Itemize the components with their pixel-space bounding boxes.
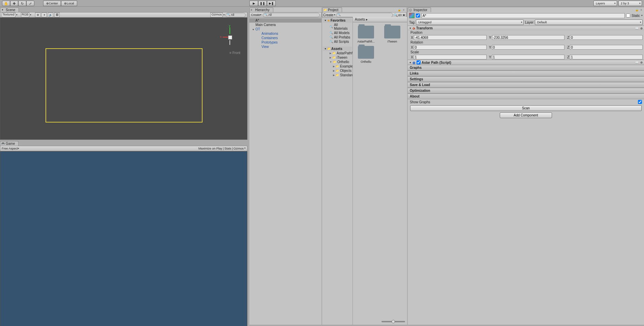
astar-header[interactable]: ▼◉ Astar Path (Script) 📖⚙ (408, 60, 644, 65)
hierarchy-item[interactable]: Containers (249, 36, 321, 40)
layer-dropdown[interactable]: Default (535, 20, 643, 25)
hierarchy-item[interactable]: View (249, 45, 321, 49)
hierarchy-item[interactable]: Prototypes (249, 40, 321, 45)
asset-folder-item[interactable]: AstarPathfi... (354, 26, 378, 43)
help-icon[interactable]: 📖 (635, 60, 639, 64)
favorite-item[interactable]: 🔍All Prefabs (323, 35, 352, 39)
gameobject-icon[interactable] (409, 13, 415, 18)
search-filter-icon[interactable]: 🔍 (394, 13, 398, 17)
panel-lock-icon[interactable]: 🔒 (635, 8, 639, 12)
save-load-section[interactable]: Save & Load (408, 82, 644, 88)
gear-icon[interactable]: ⚙ (639, 26, 643, 30)
light-toggle[interactable]: ☀ (41, 12, 47, 17)
audio-toggle[interactable]: 🔊 (48, 12, 53, 17)
hierarchy-search[interactable]: All (263, 13, 320, 17)
game-viewport[interactable] (0, 151, 247, 326)
tag-dropdown[interactable]: Untagged (416, 20, 524, 25)
component-enabled-checkbox[interactable] (417, 60, 421, 64)
scene-viewport[interactable]: Front (0, 18, 247, 140)
folder-item[interactable]: ▶📁AstarPathfind (323, 51, 352, 55)
assets-header[interactable]: ▼📁Assets (323, 47, 352, 51)
favorite-item[interactable]: 🔍All Scripts (323, 39, 352, 44)
show-graphs-checkbox[interactable] (638, 100, 642, 104)
help-icon[interactable]: 📖 (635, 26, 639, 30)
layout-dropdown[interactable]: 2 by 3 (618, 1, 642, 6)
project-create-dropdown[interactable]: Create (323, 13, 333, 17)
rotation-x-input[interactable] (414, 45, 487, 50)
scene-tab[interactable]: ✦Scene (0, 7, 19, 12)
static-checkbox[interactable] (626, 13, 630, 18)
panel-menu-icon[interactable]: ≡ (402, 8, 406, 12)
position-y-input[interactable] (492, 35, 565, 40)
render-mode-dropdown[interactable]: RGB (21, 12, 30, 17)
scale-y-input[interactable] (492, 55, 565, 59)
search-save-icon[interactable]: ★ (402, 13, 405, 17)
scale-tool[interactable]: ⤢ (26, 1, 34, 6)
hierarchy-item[interactable]: Main Camera (249, 23, 321, 27)
scale-x-input[interactable] (414, 55, 487, 59)
gear-icon[interactable]: ⚙ (639, 60, 643, 64)
folder-icon (358, 46, 374, 59)
2d-toggle[interactable]: ⊞ (35, 12, 40, 17)
project-tab[interactable]: 📁Project (322, 7, 342, 12)
pivot-center-button[interactable]: ⊕ Center (43, 1, 61, 6)
settings-section[interactable]: Settings (408, 76, 644, 82)
transform-header[interactable]: ▼⬗ Transform 📖⚙ (408, 26, 644, 30)
hierarchy-item[interactable]: ▼OT (249, 27, 321, 31)
panel-lock-icon[interactable]: 🔒 (397, 8, 401, 12)
graphs-section[interactable]: Graphs (408, 65, 644, 71)
favorites-header[interactable]: ▼★Favorites (323, 18, 352, 23)
panel-menu-icon[interactable]: ≡ (639, 8, 643, 12)
folder-item[interactable]: ▼📁Orthello (323, 60, 352, 64)
hierarchy-tab[interactable]: ≡Hierarchy (249, 7, 273, 12)
move-tool[interactable]: ✥ (10, 1, 18, 6)
search-icon: 🔍 (330, 25, 333, 28)
slider-thumb[interactable] (392, 320, 395, 323)
folder-item[interactable]: ▶📁Standard (323, 73, 352, 77)
fx-toggle[interactable]: 🖼 (54, 12, 60, 17)
about-section[interactable]: About (408, 93, 644, 99)
optimization-section[interactable]: Optimization (408, 88, 644, 93)
asset-folder-item[interactable]: Orthello (354, 46, 378, 63)
game-tab[interactable]: 🎮Game (0, 141, 19, 146)
step-button[interactable]: ▶❚ (267, 1, 276, 6)
scene-search[interactable]: All (225, 13, 246, 17)
search-type-icon[interactable]: 🏷 (398, 13, 402, 17)
project-breadcrumb[interactable]: Assets ▸ (353, 17, 407, 22)
hand-tool[interactable]: ✋ (2, 1, 10, 6)
position-z-input[interactable] (570, 35, 643, 40)
pivot-local-button[interactable]: ⊗ Local (61, 1, 77, 6)
folder-item[interactable]: ▶📁Examples (323, 64, 352, 69)
rotate-tool[interactable]: ↻ (18, 1, 26, 6)
hierarchy-item[interactable]: Animations (249, 31, 321, 36)
links-section[interactable]: Links (408, 71, 644, 76)
shading-dropdown[interactable]: Textured (2, 12, 16, 17)
asset-folder-item[interactable]: iTween (380, 26, 404, 43)
favorite-item[interactable]: 🔍All Materials (323, 23, 352, 31)
aspect-dropdown[interactable]: Free Aspect (2, 147, 18, 150)
folder-item[interactable]: ▶📁iTween (323, 55, 352, 60)
inspector-tab[interactable]: ⓘInspector (408, 7, 431, 12)
project-search[interactable] (336, 13, 393, 17)
hierarchy-item[interactable]: A* (249, 18, 321, 23)
stats-toggle[interactable]: Stats (224, 147, 232, 150)
add-component-button[interactable]: Add Component (500, 112, 552, 118)
position-x-input[interactable] (414, 35, 487, 40)
pause-button[interactable]: ❚❚ (258, 1, 267, 6)
folder-item[interactable]: ▶📁Objects (323, 69, 352, 73)
object-name-input[interactable] (421, 13, 625, 18)
maximize-on-play-toggle[interactable]: Maximize on Play (198, 147, 222, 150)
active-checkbox[interactable] (416, 13, 420, 18)
play-button[interactable]: ▶ (249, 1, 258, 6)
scale-z-input[interactable] (570, 55, 643, 59)
scan-button[interactable]: Scan (410, 105, 642, 111)
game-gizmos-dropdown[interactable]: Gizmos (233, 147, 244, 150)
orientation-gizmo[interactable] (220, 27, 240, 48)
favorite-item[interactable]: 🔍All Models (323, 31, 352, 35)
gizmos-dropdown[interactable]: Gizmos (210, 12, 223, 17)
rotation-y-input[interactable] (492, 45, 565, 50)
layers-dropdown[interactable]: Layers (593, 1, 617, 6)
hierarchy-create-dropdown[interactable]: Create (251, 13, 260, 17)
rotation-z-input[interactable] (570, 45, 643, 50)
asset-size-slider[interactable] (353, 319, 407, 324)
